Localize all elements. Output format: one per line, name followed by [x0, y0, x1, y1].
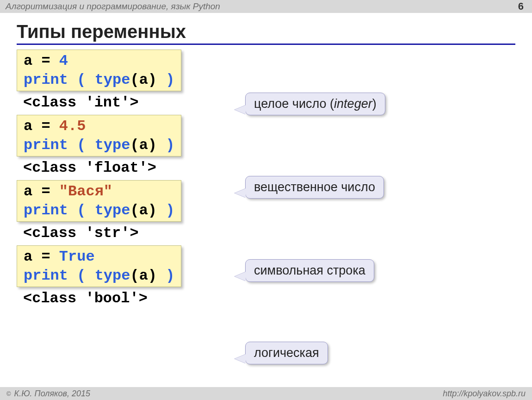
page-number: 6 [518, 0, 524, 12]
footer-copyright: © К.Ю. Поляков, 2015 [6, 389, 90, 399]
callout-bubble: символьная строка [245, 259, 374, 282]
page-title: Типы переменных [17, 21, 515, 45]
footer-bar: © К.Ю. Поляков, 2015 http://kpolyakov.sp… [0, 387, 532, 400]
callout-bubble: логическая [245, 342, 328, 364]
code-box: a = "Вася" print ( type(a) ) [17, 180, 181, 222]
code-output: <class 'float'> [17, 156, 532, 178]
example-block: a = 4.5 print ( type(a) )<class 'float'> [17, 115, 532, 178]
code-box: a = True print ( type(a) ) [17, 245, 181, 287]
callout-bubble: целое число (integer) [245, 93, 385, 115]
code-box: a = 4.5 print ( type(a) ) [17, 115, 181, 156]
callout-tail-icon [235, 188, 246, 198]
footer-url: http://kpolyakov.spb.ru [443, 389, 526, 399]
callout-tail-icon [235, 354, 246, 363]
code-output: <class 'bool'> [17, 287, 532, 309]
callout-tail-icon [235, 272, 246, 281]
callout-bubble: вещественное число [245, 176, 384, 199]
code-box: a = 4 print ( type(a) ) [17, 50, 181, 91]
header-bar: Алгоритмизация и программирование, язык … [0, 0, 532, 13]
header-subject: Алгоритмизация и программирование, язык … [6, 1, 220, 12]
code-output: <class 'str'> [17, 222, 532, 244]
callout-tail-icon [235, 105, 246, 114]
